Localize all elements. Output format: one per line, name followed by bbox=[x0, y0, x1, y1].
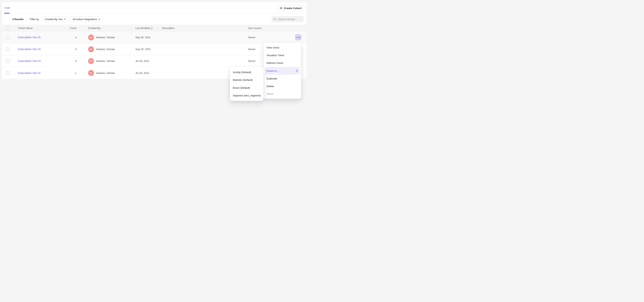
created-by-filter-dropdown[interactable]: Created By You bbox=[42, 16, 68, 22]
creator-name: Kalwani, Vishaal bbox=[96, 72, 115, 74]
menu-item-view-users[interactable]: View Users bbox=[264, 44, 301, 52]
avatar: KV bbox=[88, 58, 94, 64]
integrations-filter-dropdown[interactable]: All Active Integrations bbox=[70, 16, 103, 22]
more-options-icon bbox=[296, 37, 297, 38]
last-modified-date: Jul 26, 2021 bbox=[136, 60, 162, 62]
search-box bbox=[272, 16, 304, 22]
avatar: KV bbox=[88, 46, 94, 52]
row-checkbox[interactable] bbox=[6, 59, 10, 63]
active-tab-underline bbox=[4, 13, 10, 14]
toolbar-divider bbox=[26, 17, 27, 21]
search-input[interactable] bbox=[278, 18, 302, 21]
chevron-down-icon bbox=[98, 18, 100, 20]
cohort-count: 4 bbox=[63, 48, 76, 51]
select-all-checkbox[interactable] bbox=[6, 26, 10, 30]
table-row: ExternalInfo Test #3 4 KV Kalwani, Visha… bbox=[2, 55, 306, 67]
cohort-name-link[interactable]: ExternalInfo Test #3 bbox=[18, 60, 63, 62]
more-options-button[interactable] bbox=[295, 34, 301, 40]
menu-item-duplicate[interactable]: Duplicate bbox=[264, 75, 301, 82]
filter-by-label: Filter by bbox=[30, 18, 39, 21]
tab-user[interactable]: User bbox=[4, 2, 10, 14]
column-header-description: Description bbox=[162, 27, 248, 30]
row-context-menu: View Users Visualize Trend Refresh Count… bbox=[264, 43, 301, 99]
tab-bar: User Create Cohort bbox=[2, 2, 306, 14]
menu-item-refresh-count[interactable]: Refresh Count bbox=[264, 59, 301, 67]
cohort-name-link[interactable]: ExternalInfo Test #5 bbox=[18, 36, 63, 39]
menu-item-share: Share bbox=[264, 90, 301, 98]
last-modified-date: Jul 26, 2021 bbox=[136, 72, 162, 74]
menu-item-export-to[interactable]: Export to... bbox=[265, 67, 300, 74]
export-submenu: Airship (Default) Marketo (Default) Braz… bbox=[230, 67, 264, 101]
creator-name: Kalwani, Vishaal bbox=[96, 60, 115, 62]
plus-icon bbox=[280, 7, 282, 9]
row-checkbox[interactable] bbox=[6, 48, 10, 51]
created-by-filter-label: Created By You bbox=[45, 18, 62, 21]
menu-item-visualize-trend[interactable]: Visualize Trend bbox=[264, 52, 301, 59]
row-checkbox[interactable] bbox=[6, 36, 10, 39]
table-row: ExternalInfo Test #5 4 KV Kalwani, Visha… bbox=[2, 32, 306, 43]
creator-name: Kalwani, Vishaal bbox=[96, 36, 115, 39]
table-header: Cohort Name Count Created By Last Modifi… bbox=[2, 25, 306, 32]
table-row: ExternalInfo Test #4 4 KV Kalwani, Visha… bbox=[2, 43, 306, 55]
submenu-item-marketo[interactable]: Marketo (Default) bbox=[230, 76, 264, 84]
row-checkbox[interactable] bbox=[6, 71, 10, 75]
submenu-item-segment[interactable]: Segment (test_segment) bbox=[230, 92, 264, 99]
creator-name: Kalwani, Vishaal bbox=[96, 48, 115, 51]
search-icon bbox=[274, 18, 276, 21]
submenu-item-braze[interactable]: Braze (Default) bbox=[230, 84, 264, 92]
last-modified-date: Sep 20, 2021 bbox=[136, 36, 162, 39]
access-level: Owner bbox=[248, 36, 295, 39]
avatar: KV bbox=[88, 70, 94, 76]
last-modified-date: Sep 20, 2021 bbox=[136, 48, 162, 51]
column-header-last-modified[interactable]: Last Modified bbox=[136, 27, 162, 30]
results-count: 4 Results bbox=[12, 18, 24, 21]
sort-icon bbox=[151, 27, 153, 29]
chevron-down-icon bbox=[64, 18, 66, 20]
submenu-item-airship[interactable]: Airship (Default) bbox=[230, 68, 264, 76]
menu-item-delete[interactable]: Delete bbox=[264, 82, 301, 90]
column-header-count: Count bbox=[63, 27, 76, 30]
cohort-count: 1 bbox=[63, 72, 76, 74]
cohort-count: 4 bbox=[63, 60, 76, 62]
create-cohort-button[interactable]: Create Cohort bbox=[277, 5, 304, 11]
cohort-name-link[interactable]: ExternalInfo Test #4 bbox=[18, 48, 63, 51]
cohort-name-link[interactable]: ExternalInfo Test #2 bbox=[18, 72, 63, 74]
integrations-filter-label: All Active Integrations bbox=[72, 18, 97, 21]
chevron-right-icon bbox=[296, 70, 298, 72]
create-cohort-label: Create Cohort bbox=[284, 7, 302, 10]
cohort-count: 4 bbox=[63, 36, 76, 39]
column-header-created-by: Created By bbox=[88, 27, 136, 30]
toolbar: 4 Results Filter by Created By You All A… bbox=[2, 14, 306, 25]
avatar: KV bbox=[88, 34, 94, 40]
column-header-your-access: Your Access bbox=[248, 27, 295, 30]
column-header-cohort-name: Cohort Name bbox=[18, 27, 63, 30]
